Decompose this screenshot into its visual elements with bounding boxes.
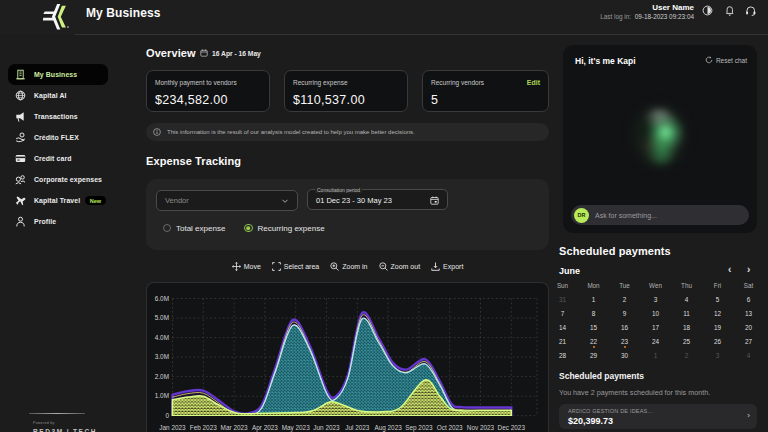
svg-text:3.0M: 3.0M (155, 353, 169, 360)
svg-text:Mar 2023: Mar 2023 (221, 424, 248, 431)
svg-text:5.0M: 5.0M (155, 314, 169, 321)
svg-text:Jan 2023: Jan 2023 (159, 424, 186, 431)
svg-text:4.0M: 4.0M (155, 334, 169, 341)
svg-text:1.0M: 1.0M (155, 392, 169, 399)
svg-text:Jul 2023: Jul 2023 (345, 424, 370, 431)
svg-text:Aug 2023: Aug 2023 (374, 424, 402, 432)
svg-text:Jun 2023: Jun 2023 (313, 424, 340, 431)
svg-text:Feb 2023: Feb 2023 (190, 424, 217, 431)
svg-text:May 2023: May 2023 (282, 424, 311, 432)
svg-text:Apr 2023: Apr 2023 (252, 424, 278, 432)
svg-text:Dec 2023: Dec 2023 (498, 424, 526, 431)
svg-text:Nov 2023: Nov 2023 (467, 424, 495, 431)
svg-text:2.0M: 2.0M (155, 373, 169, 380)
svg-text:Oct 2023: Oct 2023 (437, 424, 463, 431)
svg-text:6.0M: 6.0M (155, 295, 169, 302)
svg-text:0: 0 (165, 412, 169, 419)
svg-text:Sep 2023: Sep 2023 (405, 424, 433, 432)
